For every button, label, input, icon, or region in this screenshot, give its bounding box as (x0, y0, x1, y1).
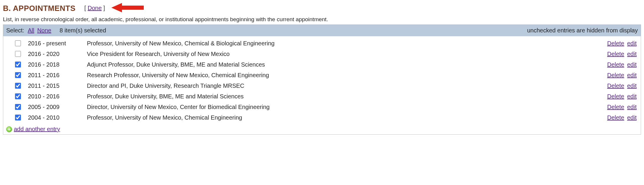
delete-link[interactable]: Delete (607, 82, 624, 89)
table-row: 2011 - 2016Research Professor, Universit… (3, 70, 641, 80)
row-dates: 2016 - present (28, 40, 87, 47)
row-description: Vice President for Research, University … (87, 51, 607, 57)
table-row: 2016 - 2018Adjunct Professor, Duke Unive… (3, 59, 641, 70)
section-title: B. APPOINTMENTS (3, 4, 75, 13)
edit-link[interactable]: edit (627, 114, 637, 121)
row-actions: Deleteedit (607, 104, 637, 110)
delete-link[interactable]: Delete (607, 51, 624, 57)
row-checkbox[interactable] (15, 62, 21, 67)
edit-link[interactable]: edit (627, 61, 637, 68)
row-dates: 2011 - 2016 (28, 72, 87, 79)
row-dates: 2016 - 2020 (28, 51, 87, 57)
table-row: 2011 - 2015Director and PI, Duke Univers… (3, 80, 641, 91)
row-dates: 2005 - 2009 (28, 104, 87, 110)
row-actions: Deleteedit (607, 51, 637, 57)
done-link[interactable]: Done (87, 5, 102, 11)
table-row: 2016 - presentProfessor, University of N… (3, 38, 641, 49)
row-description: Professor, University of New Mexico, Che… (87, 40, 607, 47)
row-checkbox[interactable] (15, 115, 21, 120)
select-label: Select: (6, 27, 24, 34)
row-checkbox[interactable] (15, 51, 21, 57)
row-description: Director, University of New Mexico, Cent… (87, 104, 607, 110)
edit-link[interactable]: edit (627, 104, 637, 110)
row-actions: Deleteedit (607, 40, 637, 47)
row-checkbox[interactable] (15, 93, 21, 99)
row-actions: Deleteedit (607, 72, 637, 79)
arrow-left-icon (111, 2, 144, 14)
instructions-text: List, in reverse chronological order, al… (3, 16, 641, 23)
row-actions: Deleteedit (607, 82, 637, 89)
edit-link[interactable]: edit (627, 93, 637, 100)
edit-link[interactable]: edit (627, 82, 637, 89)
table-row: 2004 - 2010Professor, University of New … (3, 112, 641, 123)
select-bar: Select: All None 8 item(s) selected unch… (3, 25, 641, 36)
row-actions: Deleteedit (607, 93, 637, 100)
svg-marker-0 (111, 3, 144, 12)
row-dates: 2011 - 2015 (28, 82, 87, 89)
row-description: Professor, University of New Mexico, Che… (87, 114, 607, 121)
edit-link[interactable]: edit (627, 51, 637, 57)
delete-link[interactable]: Delete (607, 93, 624, 100)
row-checkbox[interactable] (15, 40, 21, 46)
row-checkbox[interactable] (15, 104, 21, 110)
row-description: Adjunct Professor, Duke University, BME,… (87, 61, 607, 68)
delete-link[interactable]: Delete (607, 114, 624, 121)
row-actions: Deleteedit (607, 114, 637, 121)
table-row: 2010 - 2016Professor, Duke University, B… (3, 91, 641, 102)
select-all-link[interactable]: All (28, 27, 34, 34)
edit-link[interactable]: edit (627, 40, 637, 47)
table-row: 2016 - 2020Vice President for Research, … (3, 49, 641, 59)
row-actions: Deleteedit (607, 61, 637, 68)
selected-count: 8 item(s) selected (60, 27, 106, 34)
appointments-table: Select: All None 8 item(s) selected unch… (3, 24, 641, 135)
select-none-link[interactable]: None (37, 27, 51, 34)
edit-link[interactable]: edit (627, 72, 637, 79)
delete-link[interactable]: Delete (607, 40, 624, 47)
row-description: Research Professor, University of New Me… (87, 72, 607, 79)
row-checkbox[interactable] (15, 83, 21, 89)
add-entry-link[interactable]: add another entry (14, 126, 60, 133)
delete-link[interactable]: Delete (607, 104, 624, 110)
hidden-notice: unchecked entries are hidden from displa… (527, 27, 638, 34)
row-description: Professor, Duke University, BME, ME and … (87, 93, 607, 100)
delete-link[interactable]: Delete (607, 61, 624, 68)
row-dates: 2016 - 2018 (28, 61, 87, 68)
row-checkbox[interactable] (15, 72, 21, 78)
row-dates: 2004 - 2010 (28, 114, 87, 121)
done-bracket: [ Done ] (84, 2, 144, 14)
table-row: 2005 - 2009Director, University of New M… (3, 102, 641, 112)
plus-circle-icon (6, 126, 12, 132)
delete-link[interactable]: Delete (607, 72, 624, 79)
row-dates: 2010 - 2016 (28, 93, 87, 100)
row-description: Director and PI, Duke University, Resear… (87, 82, 607, 89)
